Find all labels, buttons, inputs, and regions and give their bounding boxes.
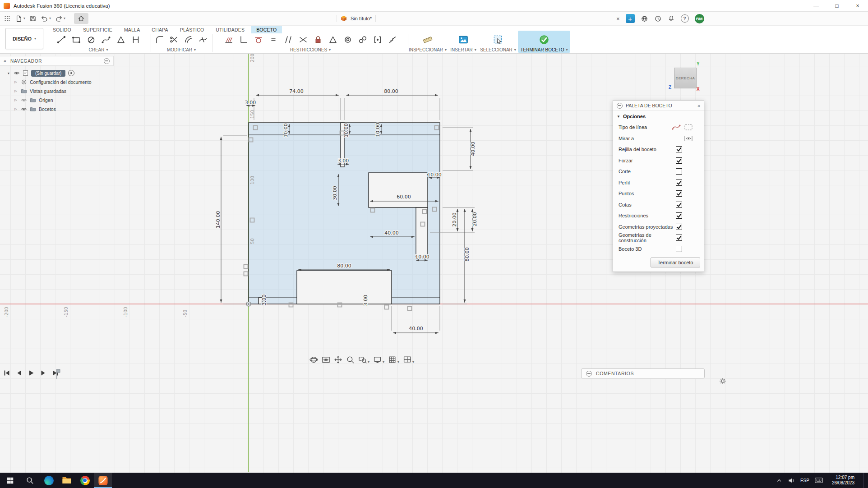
tray-expand-icon[interactable] <box>776 477 782 483</box>
circle-tool-icon[interactable] <box>86 35 96 45</box>
workspace-selector[interactable]: DISEÑO ▾ <box>5 28 43 49</box>
checkbox-geometr-as-de-construcci-n[interactable] <box>676 235 682 241</box>
collapse-panel-icon[interactable]: « <box>4 58 7 64</box>
collinear-constraint-icon[interactable] <box>299 35 308 44</box>
file-menu-icon[interactable]: ▾ <box>15 15 25 23</box>
checkbox-restricciones[interactable] <box>676 212 682 219</box>
offset-tool-icon[interactable] <box>184 35 194 45</box>
curvature-constraint-icon[interactable] <box>388 35 397 44</box>
checkbox-boceto-3d[interactable] <box>676 246 682 252</box>
tangent-constraint-icon[interactable] <box>254 35 263 44</box>
viewcube-face[interactable]: DERECHA <box>674 68 697 88</box>
display-settings-icon[interactable]: ▾ <box>373 355 384 364</box>
home-button[interactable] <box>74 13 88 24</box>
look-at-icon[interactable] <box>322 355 330 364</box>
finish-sketch-button[interactable]: Terminar boceto <box>651 258 700 267</box>
tab-utilidades[interactable]: UTILIDADES <box>211 26 249 33</box>
document-tab[interactable]: Sin título* <box>332 12 380 25</box>
checkbox-rejilla-del-boceto[interactable] <box>676 146 682 152</box>
expander-icon[interactable]: ▷ <box>14 107 18 111</box>
modificar-dropdown[interactable]: MODIFICAR ▾ <box>152 47 210 52</box>
construction-line-icon[interactable] <box>684 123 693 131</box>
checkbox-corte[interactable] <box>676 168 682 175</box>
viewcube[interactable]: Y DERECHA Z X <box>670 61 705 95</box>
tab-malla[interactable]: MALLA <box>119 26 145 33</box>
parallel-constraint-icon[interactable] <box>284 35 293 44</box>
inspeccionar-dropdown[interactable]: INSPECCIONAR ▾ <box>409 47 447 52</box>
visibility-eye-icon[interactable] <box>21 97 27 103</box>
measure-ruler-icon[interactable] <box>422 34 433 45</box>
restricciones-dropdown[interactable]: RESTRICCIONES ▾ <box>214 47 407 52</box>
navigator-item-bocetos[interactable]: ▷ Bocetos <box>0 105 114 114</box>
go-to-start-button[interactable] <box>3 369 11 377</box>
perpendicular-constraint-icon[interactable] <box>239 35 248 44</box>
visibility-eye-icon[interactable] <box>14 70 20 76</box>
break-tool-icon[interactable] <box>198 35 208 45</box>
slot-tool-icon[interactable] <box>131 35 141 45</box>
tab-solido[interactable]: SOLIDO <box>48 26 76 33</box>
show-desktop-button[interactable] <box>863 473 866 488</box>
taskbar-clock[interactable]: 12:07 pm 26/08/2023 <box>828 475 858 486</box>
volume-icon[interactable] <box>788 477 795 484</box>
expander-icon[interactable]: ▷ <box>14 80 18 84</box>
notifications-icon[interactable] <box>668 15 675 22</box>
minimize-button[interactable]: — <box>806 0 826 11</box>
start-button[interactable] <box>0 473 20 488</box>
window-zoom-icon[interactable]: ▾ <box>358 355 369 364</box>
maximize-button[interactable]: □ <box>826 0 847 11</box>
new-tab-button[interactable]: + <box>626 14 635 23</box>
checkbox-puntos[interactable] <box>676 190 682 197</box>
expander-icon[interactable]: ▷ <box>14 89 18 93</box>
grid-snaps-icon[interactable]: ▾ <box>388 355 399 364</box>
taskbar-chrome[interactable] <box>76 473 94 488</box>
step-forward-button[interactable] <box>39 369 47 377</box>
navigator-root-row[interactable]: ▼ (Sin guardar) <box>0 69 114 78</box>
navigator-item-origen[interactable]: ▷ Origen <box>0 96 114 105</box>
history-icon[interactable] <box>654 15 662 23</box>
document-root-label[interactable]: (Sin guardar) <box>31 70 65 77</box>
terminar-boceto-dropdown[interactable]: TERMINAR BOCETO ▾ <box>518 47 570 52</box>
checkbox-forzar[interactable] <box>676 157 682 164</box>
save-icon[interactable] <box>29 15 37 22</box>
navigator-header[interactable]: « NAVEGADOR <box>0 56 114 66</box>
viewports-icon[interactable]: ▾ <box>403 355 414 364</box>
midpoint-constraint-icon[interactable] <box>373 35 382 44</box>
checkbox-perfil[interactable] <box>676 180 682 186</box>
help-icon[interactable]: ? <box>681 14 689 23</box>
concentric-constraint-icon[interactable] <box>343 35 352 44</box>
line-tool-icon[interactable] <box>56 35 66 45</box>
zoom-icon[interactable] <box>346 355 355 364</box>
finish-sketch-check-icon[interactable] <box>539 34 549 45</box>
web-icon[interactable] <box>641 15 648 23</box>
collapse-all-icon[interactable] <box>104 58 110 64</box>
tab-chapa[interactable]: CHAPA <box>147 26 173 33</box>
step-back-button[interactable] <box>15 369 23 377</box>
fillet-tool-icon[interactable] <box>155 35 165 45</box>
redo-icon[interactable]: ▾ <box>55 15 65 23</box>
collapse-right-icon[interactable]: » <box>697 103 700 108</box>
comments-bar[interactable]: COMENTARIOS <box>581 368 705 378</box>
symmetry-constraint-icon[interactable] <box>328 35 337 44</box>
preferences-gear-icon[interactable] <box>719 377 727 385</box>
play-button[interactable] <box>27 369 35 377</box>
canvas[interactable] <box>0 53 868 473</box>
pan-icon[interactable] <box>334 355 342 364</box>
palette-section-opciones[interactable]: ▼ Opciones <box>613 111 704 122</box>
taskbar-edge[interactable] <box>40 473 58 488</box>
rectangle-tool-icon[interactable] <box>71 35 81 45</box>
orbit-icon[interactable] <box>309 355 318 364</box>
avatar[interactable]: BM <box>695 14 704 23</box>
navigator-item-vistas[interactable]: ▷ Vistas guardadas <box>0 87 114 96</box>
activate-document-icon[interactable] <box>68 70 74 76</box>
tab-plástico[interactable]: PLÁSTICO <box>175 26 209 33</box>
navigator-item-configuracion[interactable]: ▷ Configuración del documento <box>0 78 114 87</box>
timeline-marker-icon[interactable] <box>53 368 61 380</box>
look-at-icon[interactable] <box>684 134 693 143</box>
smooth-constraint-icon[interactable] <box>358 35 367 44</box>
search-button[interactable] <box>20 473 40 488</box>
insertar-dropdown[interactable]: INSERTAR ▾ <box>448 47 479 52</box>
checkbox-geometr-as-proyectadas[interactable] <box>676 224 682 230</box>
tab-superficie[interactable]: SUPERFICIE <box>78 26 117 33</box>
fix-constraint-icon[interactable] <box>314 35 323 44</box>
crear-dropdown[interactable]: CREAR ▾ <box>46 47 151 52</box>
